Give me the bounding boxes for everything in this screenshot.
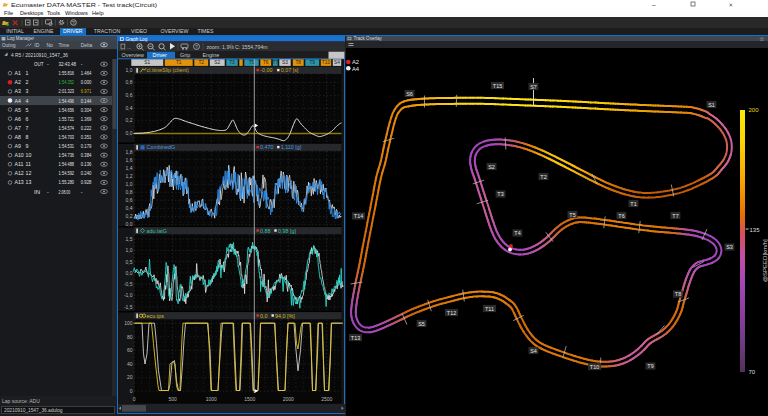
svg-text:Outing: Outing bbox=[2, 42, 16, 48]
svg-text:A6: A6 bbox=[15, 116, 21, 122]
svg-text:1,0: 1,0 bbox=[126, 67, 133, 73]
svg-text:T2: T2 bbox=[540, 174, 546, 180]
svg-text:0.222: 0.222 bbox=[81, 125, 92, 131]
svg-text:40: 40 bbox=[127, 361, 133, 367]
svg-text:0,4: 0,4 bbox=[126, 105, 133, 111]
svg-text:1:54.592: 1:54.592 bbox=[59, 170, 75, 176]
svg-text:ecu.tps: ecu.tps bbox=[147, 313, 165, 319]
svg-text:0.136: 0.136 bbox=[81, 161, 92, 167]
svg-text:T5: T5 bbox=[569, 212, 575, 218]
svg-text:1,8: 1,8 bbox=[126, 149, 133, 155]
svg-text:@SPEED[km/h]: @SPEED[km/h] bbox=[761, 239, 767, 282]
svg-text:1:54.574: 1:54.574 bbox=[59, 125, 75, 131]
svg-text:-: - bbox=[81, 189, 83, 195]
svg-text:0,0: 0,0 bbox=[260, 313, 268, 319]
svg-text:A8: A8 bbox=[15, 134, 21, 140]
svg-text:adu.latG: adu.latG bbox=[147, 228, 167, 234]
svg-text:9: 9 bbox=[26, 143, 29, 149]
svg-text:S3: S3 bbox=[726, 244, 733, 250]
svg-text:-0,00: -0,00 bbox=[260, 67, 272, 73]
svg-text:2: 2 bbox=[26, 79, 29, 85]
svg-text:1,2: 1,2 bbox=[126, 173, 133, 179]
svg-text:Windows: Windows bbox=[65, 10, 88, 16]
svg-text:T2: T2 bbox=[198, 60, 204, 65]
svg-text:5: 5 bbox=[26, 107, 29, 113]
svg-text:0,2: 0,2 bbox=[126, 213, 133, 219]
svg-text:–: – bbox=[652, 1, 656, 8]
svg-text:0.179: 0.179 bbox=[81, 143, 92, 149]
svg-text:Time: Time bbox=[59, 42, 70, 48]
svg-text:3: 3 bbox=[26, 88, 29, 94]
svg-text:-1,0: -1,0 bbox=[124, 292, 133, 298]
svg-text:0,8: 0,8 bbox=[126, 79, 133, 85]
svg-text:0,5: 0,5 bbox=[126, 259, 133, 265]
svg-text:1.464: 1.464 bbox=[81, 70, 92, 76]
svg-text:0: 0 bbox=[130, 388, 133, 394]
svg-text:File: File bbox=[4, 10, 13, 16]
svg-text:T8: T8 bbox=[674, 291, 680, 297]
svg-text:12: 12 bbox=[26, 170, 32, 176]
svg-text:0.304: 0.304 bbox=[81, 107, 92, 113]
svg-text:-: - bbox=[47, 189, 49, 195]
svg-text:2:08.00: 2:08.00 bbox=[59, 189, 71, 195]
svg-text:32:43.48: 32:43.48 bbox=[59, 61, 77, 67]
svg-text:2500: 2500 bbox=[321, 396, 332, 402]
svg-text:S4: S4 bbox=[334, 60, 340, 65]
svg-text:1:54.488: 1:54.488 bbox=[59, 161, 75, 167]
svg-text:T3: T3 bbox=[497, 191, 503, 197]
svg-text:13: 13 bbox=[26, 179, 32, 185]
svg-text:T3: T3 bbox=[229, 60, 235, 65]
svg-text:Grip: Grip bbox=[180, 52, 190, 58]
svg-text:1: 1 bbox=[26, 70, 29, 76]
svg-text:1:55.816: 1:55.816 bbox=[59, 70, 75, 76]
svg-text:ID: ID bbox=[34, 42, 39, 48]
svg-text:T8: T8 bbox=[295, 60, 301, 65]
svg-text:1,4: 1,4 bbox=[126, 165, 133, 171]
svg-text:T10: T10 bbox=[322, 60, 331, 65]
svg-text:1:54.703: 1:54.703 bbox=[59, 134, 75, 140]
svg-text:1,6: 1,6 bbox=[126, 157, 133, 163]
svg-text:0,88: 0,88 bbox=[260, 228, 271, 234]
svg-text:80: 80 bbox=[127, 334, 133, 340]
svg-text:0,0: 0,0 bbox=[126, 130, 133, 136]
svg-text:S6: S6 bbox=[406, 91, 413, 97]
svg-text:0,07 [s]: 0,07 [s] bbox=[281, 67, 299, 73]
svg-text:200: 200 bbox=[748, 107, 759, 113]
svg-text:S7: S7 bbox=[530, 84, 537, 90]
svg-text:T12: T12 bbox=[446, 310, 455, 316]
svg-text:Overview: Overview bbox=[122, 52, 145, 58]
svg-text:Help: Help bbox=[92, 10, 104, 16]
svg-text:C: 1554,794m: C: 1554,794m bbox=[235, 44, 268, 50]
svg-text:✕: ✕ bbox=[729, 2, 734, 8]
svg-text:A2: A2 bbox=[352, 59, 359, 65]
svg-text:A11: A11 bbox=[15, 161, 24, 167]
svg-text:-: - bbox=[47, 61, 49, 67]
svg-text:T4: T4 bbox=[514, 230, 520, 236]
svg-text:T7: T7 bbox=[672, 213, 678, 219]
svg-text:0,470: 0,470 bbox=[260, 144, 274, 150]
svg-text:-: - bbox=[81, 61, 83, 67]
svg-text:60: 60 bbox=[127, 347, 133, 353]
svg-text:T9: T9 bbox=[309, 60, 315, 65]
svg-text:A12: A12 bbox=[15, 170, 24, 176]
svg-text:?: ? bbox=[195, 44, 198, 50]
svg-text:IN: IN bbox=[34, 189, 40, 195]
svg-text:Driver: Driver bbox=[153, 52, 168, 58]
svg-text:1.369: 1.369 bbox=[81, 116, 92, 122]
svg-text:0,98 [g]: 0,98 [g] bbox=[278, 228, 296, 234]
svg-text:-0,5: -0,5 bbox=[124, 281, 133, 287]
svg-text:A3: A3 bbox=[15, 88, 21, 94]
svg-text:0.240: 0.240 bbox=[81, 170, 92, 176]
svg-text:S2: S2 bbox=[214, 60, 220, 65]
svg-text:Track Overlay: Track Overlay bbox=[353, 36, 382, 41]
svg-text:2000: 2000 bbox=[283, 396, 294, 402]
svg-text:zoom: 1,9%: zoom: 1,9% bbox=[207, 44, 235, 50]
svg-text:0.351: 0.351 bbox=[81, 134, 92, 140]
svg-text:T9: T9 bbox=[647, 363, 653, 369]
svg-text:2:01.323: 2:01.323 bbox=[59, 88, 75, 94]
svg-text:1:54.656: 1:54.656 bbox=[59, 107, 75, 113]
svg-text:11: 11 bbox=[26, 161, 31, 167]
svg-text:4: 4 bbox=[26, 98, 29, 104]
svg-text:1,5: 1,5 bbox=[126, 236, 133, 242]
svg-text:0,4: 0,4 bbox=[126, 205, 133, 211]
